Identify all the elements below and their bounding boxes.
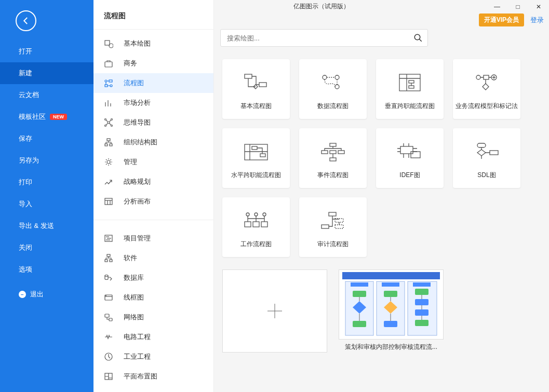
category-item[interactable]: 软件: [93, 248, 213, 268]
diagram-card-label: 水平跨职能流程图: [231, 171, 281, 180]
sidebar-item-label: 导出 & 发送: [19, 221, 54, 231]
new-badge: NEW: [50, 114, 67, 120]
template-title: 策划和审核内部控制审核流程流...: [339, 343, 444, 352]
diagram-type-card[interactable]: IDEF图: [376, 128, 444, 188]
diagram-icon: [240, 141, 272, 163]
diagram-type-card[interactable]: 事件流程图: [299, 128, 367, 188]
template-card[interactable]: 策划和审核内部控制审核流程流...: [339, 269, 444, 353]
svg-rect-83: [342, 272, 440, 279]
org-icon: [104, 138, 113, 147]
sidebar-item-logout[interactable]: − 退出: [0, 283, 93, 305]
category-item[interactable]: 思维导图: [93, 113, 213, 132]
diagram-icon: [394, 141, 425, 163]
svg-rect-16: [105, 144, 108, 146]
diagram-card-label: 工作流程图: [240, 240, 272, 249]
svg-point-38: [414, 34, 420, 40]
diagram-card-label: 业务流程模型和标记法: [456, 102, 518, 111]
svg-rect-29: [110, 260, 112, 262]
category-item[interactable]: 商务: [93, 53, 213, 73]
svg-marker-55: [483, 84, 489, 90]
diagram-type-card[interactable]: 审计流程图: [299, 197, 367, 257]
svg-rect-0: [105, 40, 110, 45]
svg-rect-28: [105, 260, 108, 262]
category-label: 商务: [124, 59, 137, 68]
svg-rect-77: [329, 212, 336, 216]
category-item[interactable]: 项目管理: [93, 228, 213, 248]
diagram-type-card[interactable]: 基本流程图: [222, 59, 290, 119]
back-button[interactable]: [16, 10, 36, 31]
sidebar-item-3[interactable]: 模板社区NEW: [0, 106, 93, 128]
category-label: 数据库: [124, 273, 144, 282]
sidebar-item-7[interactable]: 导入: [0, 193, 93, 215]
diagram-icon: [317, 141, 349, 163]
minimize-button[interactable]: —: [487, 0, 507, 13]
diagram-card-label: 数据流程图: [317, 102, 349, 111]
category-item[interactable]: 网络图: [93, 307, 213, 327]
diagram-type-card[interactable]: 业务流程模型和标记法: [453, 59, 520, 119]
card-grid: 基本流程图数据流程图垂直跨职能流程图业务流程模型和标记法水平跨职能流程图事件流程…: [219, 52, 544, 264]
diagram-card-label: 垂直跨职能流程图: [385, 102, 435, 111]
sidebar-item-6[interactable]: 打印: [0, 171, 93, 193]
category-item[interactable]: 数据库: [93, 268, 213, 288]
svg-marker-69: [477, 150, 486, 156]
category-label: 市场分析: [124, 98, 151, 107]
svg-point-45: [335, 85, 339, 89]
svg-point-33: [106, 295, 106, 296]
sidebar-item-1[interactable]: 新建: [0, 62, 93, 84]
vip-button[interactable]: 开通VIP会员: [479, 13, 524, 26]
maximize-button[interactable]: □: [507, 0, 528, 13]
svg-rect-64: [338, 151, 344, 154]
search-input[interactable]: [221, 34, 409, 42]
diagram-card-label: IDEF图: [399, 171, 420, 180]
sidebar-item-2[interactable]: 云文档: [0, 84, 93, 106]
category-item[interactable]: 市场分析: [93, 93, 213, 113]
flowchart-preview-icon: [340, 271, 442, 339]
search-button[interactable]: [409, 33, 427, 43]
category-item[interactable]: 线框图: [93, 288, 213, 307]
category-item[interactable]: 工业工程: [93, 347, 213, 367]
category-label: 思维导图: [124, 118, 151, 127]
sidebar-item-10[interactable]: 选项: [0, 259, 93, 280]
category-item[interactable]: 流程图: [93, 73, 213, 93]
cards-scroll[interactable]: 基本流程图数据流程图垂直跨职能流程图业务流程模型和标记法水平跨职能流程图事件流程…: [214, 52, 549, 392]
sidebar-item-4[interactable]: 保存: [0, 128, 93, 150]
template-add-blank[interactable]: [222, 269, 327, 353]
svg-rect-88: [382, 282, 399, 287]
diagram-type-card[interactable]: SDL图: [453, 128, 520, 188]
category-item[interactable]: 战略规划: [93, 172, 213, 192]
flow-icon: [104, 78, 113, 88]
gantt-icon: [104, 234, 113, 243]
sidebar-item-8[interactable]: 导出 & 发送: [0, 215, 93, 237]
category-divider: [93, 220, 213, 220]
login-link[interactable]: 登录: [530, 16, 544, 25]
category-item[interactable]: 管理: [93, 152, 213, 172]
category-item[interactable]: 分析画布: [93, 192, 213, 211]
svg-point-30: [105, 275, 108, 277]
svg-rect-62: [322, 151, 328, 154]
sidebar-left: 打开新建云文档模板社区NEW保存另存为打印导入导出 & 发送关闭选项 − 退出: [0, 0, 93, 392]
main-content: 基本流程图数据流程图垂直跨职能流程图业务流程模型和标记法水平跨职能流程图事件流程…: [214, 0, 549, 392]
svg-point-73: [263, 213, 266, 216]
diagram-icon: [317, 210, 349, 232]
category-item[interactable]: 基本绘图: [93, 34, 213, 53]
svg-rect-79: [322, 225, 329, 228]
diagram-type-card[interactable]: 水平跨职能流程图: [222, 128, 290, 188]
sidebar-item-label: 打开: [19, 47, 32, 56]
circuit-icon: [104, 332, 113, 342]
sidebar-item-0[interactable]: 打开: [0, 40, 93, 62]
category-item[interactable]: 电路工程: [93, 327, 213, 347]
diagram-type-card[interactable]: 数据流程图: [299, 59, 367, 119]
sidebar-item-5[interactable]: 另存为: [0, 150, 93, 171]
svg-rect-87: [351, 282, 368, 287]
gear-icon: [104, 157, 113, 167]
svg-point-3: [105, 80, 107, 82]
category-item[interactable]: 平面布置图: [93, 367, 213, 386]
diagram-type-card[interactable]: 垂直跨职能流程图: [376, 59, 444, 119]
diagram-card-label: 审计流程图: [317, 240, 349, 249]
category-item[interactable]: 组织结构图: [93, 132, 213, 152]
sidebar-item-9[interactable]: 关闭: [0, 237, 93, 259]
diagram-type-card[interactable]: 工作流程图: [222, 197, 290, 257]
svg-rect-61: [330, 143, 336, 146]
svg-rect-99: [415, 320, 429, 326]
close-button[interactable]: ✕: [528, 0, 549, 13]
